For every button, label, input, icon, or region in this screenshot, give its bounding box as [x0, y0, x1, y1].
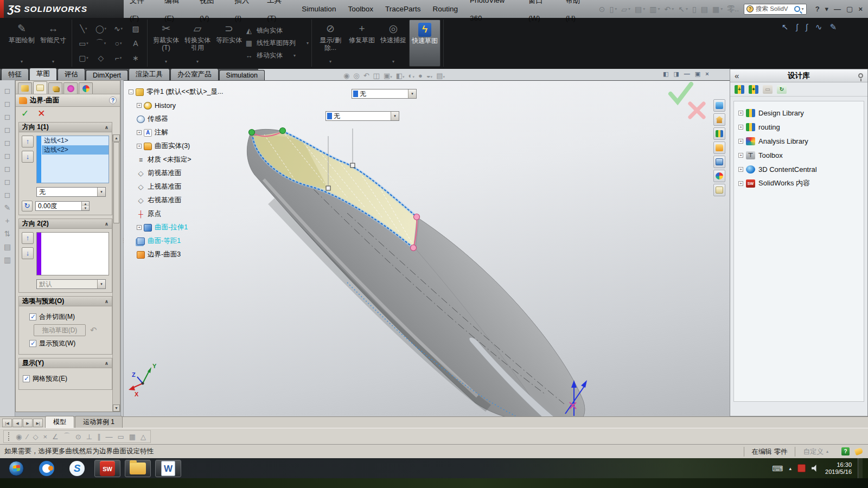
options-icon[interactable]: ▦▾: [711, 4, 724, 14]
tree-expander[interactable]: +: [738, 181, 743, 186]
command-tab[interactable]: 渲染工具: [129, 68, 170, 80]
show-preview-checkbox[interactable]: [29, 340, 36, 347]
perpendicular-snap-icon[interactable]: ⊥: [86, 433, 92, 441]
tree-expander[interactable]: +: [738, 125, 743, 130]
tree-expander[interactable]: +: [738, 153, 743, 158]
collapse-icon[interactable]: «: [735, 71, 739, 80]
tree-item[interactable]: - 零件1 (默认<<默认>_显...: [129, 85, 256, 99]
library-item-label[interactable]: 3D ContentCentral: [758, 165, 817, 174]
next-tab-button[interactable]: ▶: [23, 419, 33, 427]
library-item-label[interactable]: Toolbox: [758, 151, 783, 159]
cube-view-icon[interactable]: ◻: [4, 191, 11, 198]
view-orientation-icon[interactable]: ▣▾: [384, 70, 392, 80]
menu-item[interactable]: 帮助(H): [559, 0, 595, 27]
zoom-fit-icon[interactable]: ◉: [343, 70, 349, 80]
tree-item-label[interactable]: 注解: [155, 128, 168, 137]
freeform-curve-icon[interactable]: ∿: [815, 22, 822, 32]
tree-expander[interactable]: +: [137, 225, 142, 230]
sheet-icon[interactable]: ▤: [4, 243, 11, 251]
taskbar-app-s[interactable]: S: [64, 460, 90, 477]
pin-menu-icon[interactable]: ⊙: [597, 4, 607, 14]
tree-item-label[interactable]: 材质 <未指定>: [148, 155, 192, 164]
point-snap-icon[interactable]: ◉: [16, 433, 22, 441]
tree-expander[interactable]: +: [137, 130, 142, 135]
quick-tip-icon[interactable]: ?: [841, 447, 850, 455]
move-up-button[interactable]: ↑: [22, 136, 34, 147]
customize-button[interactable]: 自定义▴: [795, 447, 836, 457]
menu-item[interactable]: 窗口(W): [522, 0, 559, 27]
open-icon[interactable]: ▱▾: [620, 4, 632, 14]
text-icon[interactable]: A: [127, 39, 144, 48]
menu-item[interactable]: PhotoView 360: [464, 0, 522, 27]
menu-item[interactable]: Simulation: [296, 0, 342, 18]
tree-expander[interactable]: +: [137, 144, 142, 149]
ok-button[interactable]: ✓: [21, 108, 29, 119]
minimize-app-icon[interactable]: —: [834, 5, 841, 13]
arc-snap-icon[interactable]: ⌒: [63, 432, 71, 441]
new-document-icon[interactable]: ▯▾: [608, 4, 619, 14]
slot-icon[interactable]: ▢▾: [75, 54, 92, 62]
library-tree-item[interactable]: + ⊤ Toolbox: [736, 148, 861, 162]
curve-influence-dropdown-2[interactable]: 无 ▾: [326, 111, 399, 121]
cube-view-icon[interactable]: ◻: [4, 126, 11, 133]
cancel-button[interactable]: ✕: [37, 108, 45, 119]
tree-item[interactable]: 传感器: [129, 112, 256, 126]
first-tab-button[interactable]: |◀: [2, 419, 12, 427]
rectangle-icon[interactable]: ▭▾: [75, 39, 92, 48]
spline-tool-icon[interactable]: ʃ: [796, 22, 797, 32]
create-folder-icon[interactable]: ▭: [763, 85, 773, 94]
move-entities-button[interactable]: ↔ 移动实体 ▾: [245, 51, 309, 60]
command-tab[interactable]: 评估: [58, 68, 85, 80]
tangent-type-dropdown[interactable]: 无 ▾: [36, 187, 106, 197]
cube-view-icon[interactable]: ◻: [4, 139, 11, 146]
library-tree-item[interactable]: + 3D ContentCentral: [736, 162, 861, 176]
help-caret-icon[interactable]: ▾: [825, 5, 829, 13]
display-style-icon[interactable]: ◧▾: [396, 70, 405, 80]
tree-item[interactable]: + 曲面-拉伸1: [129, 221, 256, 234]
menu-item[interactable]: Routing: [426, 0, 464, 18]
tree-expander[interactable]: +: [738, 167, 743, 172]
ellipse-icon[interactable]: ○▾: [110, 39, 127, 48]
display-group-header[interactable]: 显示(Y)∧: [19, 358, 112, 368]
part-template-button[interactable]: 零..: [725, 4, 741, 15]
library-tree-item[interactable]: + Design Library: [736, 106, 861, 120]
appearances-icon[interactable]: [713, 170, 725, 182]
direction1-selection-list[interactable]: 边线<1> 边线<2>: [36, 136, 109, 183]
polygon-icon[interactable]: ◇: [92, 54, 110, 62]
cube-view-icon[interactable]: ◻: [4, 152, 11, 159]
collapse-chevron-icon[interactable]: ∧: [105, 299, 108, 304]
hide-show-items-icon[interactable]: ◐▾: [409, 70, 414, 80]
intersection-snap-icon[interactable]: ×: [43, 433, 48, 441]
options-group-header[interactable]: 选项与预览(O)∧: [19, 297, 112, 306]
minimize-window-icon[interactable]: —: [684, 70, 690, 78]
show-desktop-button[interactable]: [858, 458, 863, 478]
line-icon[interactable]: ╲▾: [75, 24, 92, 33]
file-explorer-icon[interactable]: [713, 142, 725, 154]
tree-expander[interactable]: +: [137, 103, 142, 108]
tree-item-label[interactable]: History: [155, 102, 176, 110]
taskbar-solidworks[interactable]: SW: [94, 460, 120, 477]
move-up-button[interactable]: ↑: [22, 232, 34, 244]
edit-appearance-icon[interactable]: ●: [418, 70, 423, 80]
tree-item[interactable]: + 曲面实体(3): [129, 139, 256, 153]
cube-view-icon[interactable]: ◻: [4, 178, 11, 185]
menu-item[interactable]: 文件(F): [124, 0, 158, 27]
library-item-label[interactable]: Analysis Library: [758, 137, 808, 145]
draft-angle-icon[interactable]: ↻: [22, 201, 33, 211]
search-box[interactable]: ? 搜索 SolidV ▾: [744, 4, 807, 15]
dropdown-caret-icon[interactable]: ▾: [391, 112, 399, 120]
taskbar-explorer[interactable]: [125, 460, 151, 477]
tangent-snap-icon[interactable]: ⊙: [75, 433, 81, 441]
command-tab[interactable]: 办公室产品: [170, 68, 219, 80]
file-properties-icon[interactable]: ▤: [699, 4, 710, 14]
selection-list-item[interactable]: 边线<2>: [42, 145, 108, 155]
curve-influence-dropdown[interactable]: 无 ▾: [352, 89, 417, 99]
menu-item[interactable]: 编辑(E): [158, 0, 194, 27]
ime-indicator-icon[interactable]: [797, 464, 806, 472]
move-down-button[interactable]: ↓: [22, 247, 34, 259]
tree-item[interactable]: + History: [129, 99, 256, 112]
tree-item-label[interactable]: 边界-曲面3: [148, 250, 181, 259]
tree-item[interactable]: ◇ 前视基准面: [129, 166, 256, 180]
merge-faces-checkbox[interactable]: [29, 313, 36, 320]
add-file-location-icon[interactable]: ✦: [749, 85, 758, 94]
